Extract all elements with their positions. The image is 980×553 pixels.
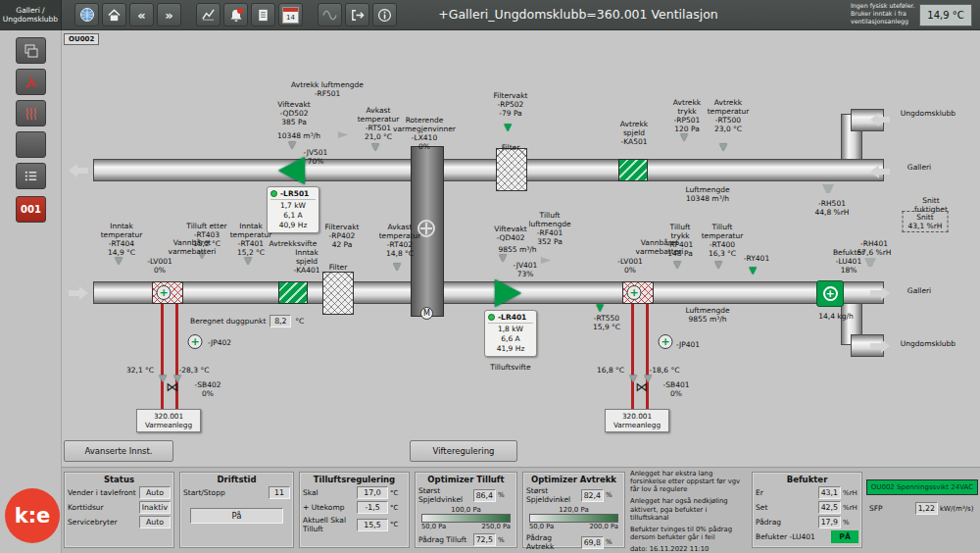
vfd-lr501[interactable]: -LR501 1,7 kW 6,1 A 40,9 Hz — [267, 186, 319, 233]
diagram-label: Avtrekk trykk -RP501 120 Pa — [673, 98, 701, 133]
vfd-id: -LR501 — [280, 189, 309, 198]
diagram-label: Inntak temperatur -RT404 14,9 °C — [101, 222, 143, 257]
slider-bar[interactable] — [421, 514, 511, 523]
alarm-button[interactable] — [223, 3, 248, 26]
curve-button[interactable] — [318, 3, 342, 26]
fan-control-button[interactable]: Vifteregulering — [410, 440, 517, 462]
humidity-sensor-icon — [864, 258, 876, 267]
diagram-label: Avtrekk temperatur -RT500 23,0 °C — [708, 98, 750, 133]
unit-label: % — [604, 491, 621, 499]
diagram-label: Filter — [502, 143, 520, 152]
readout-value: 17,9 — [818, 516, 841, 528]
home-button[interactable] — [102, 3, 126, 26]
windows-cascade-icon — [24, 43, 39, 59]
sensor-triangle-icon: ▼ — [244, 256, 252, 265]
pressure-slider[interactable]: 100,0 Pa 50,0 Pa250,0 Pa — [421, 506, 511, 530]
slider-max: 200,0 Pa — [589, 523, 618, 530]
windows-cascade-button[interactable] — [16, 37, 46, 64]
readout-value: 72,5 — [473, 533, 496, 546]
exhaust-filter[interactable] — [496, 148, 527, 191]
row-label: Pådrag Avtrekk — [526, 533, 581, 551]
ke-logo: k:e — [5, 488, 60, 543]
calendar-button[interactable]: 14 — [278, 3, 303, 26]
setpoint-value[interactable]: 17,0 — [357, 486, 388, 499]
vfd-values: 1,8 kW 6,6 A 41,9 Hz — [488, 324, 533, 354]
diagram-label: Galleri — [907, 286, 931, 295]
optimizer-exhaust-panel: Optimizer Avtrekk Størst Spjeldvinkel82,… — [522, 472, 625, 548]
globe-button[interactable] — [74, 3, 99, 26]
diagram-label: Roterende varmegjenvinner -LX410 0% — [393, 116, 456, 151]
row-label: Aktuell Skal Tilluft — [303, 516, 357, 533]
sensor-triangle-icon: ▼ — [714, 260, 722, 269]
calendar-icon: 14 — [282, 7, 299, 24]
note-text: Befukter tvinges til 0% pådrag dersom be… — [630, 526, 748, 541]
trend-chart-button[interactable] — [196, 3, 220, 26]
pressure-slider[interactable]: 120,0 Pa 50,0 Pa200,0 Pa — [529, 506, 618, 530]
status-value[interactable]: Auto — [139, 516, 171, 528]
exit-button[interactable] — [345, 3, 369, 26]
diagram-label: Ungdomsklubb — [901, 109, 956, 118]
intake-damper-ka401[interactable] — [278, 281, 308, 304]
airflow-arrow-left-icon — [69, 164, 88, 177]
diagram-label: -JP401 — [676, 340, 700, 349]
varmeanlegg-link-right[interactable]: 320.001 Varmeanlegg — [605, 409, 669, 432]
row-label: Set — [756, 503, 818, 512]
diagram-label: Galleri — [907, 163, 931, 172]
humidifier-lu401[interactable]: + — [816, 280, 844, 307]
exhaust-damper-ka501[interactable] — [618, 159, 648, 181]
list-button[interactable] — [16, 163, 46, 189]
valve-icon[interactable]: ⋈ — [636, 381, 649, 392]
slider-setpoint: 100,0 Pa — [421, 506, 511, 514]
setpoint-value[interactable]: -1,5 — [357, 501, 388, 514]
advanced-settings-button[interactable]: Avanserte Innst. — [64, 440, 173, 462]
row-label: Størst Spjeldvinkel — [418, 486, 473, 504]
diagram-label: 16,8 °C — [597, 366, 624, 375]
page-next-button[interactable]: » — [157, 3, 181, 26]
slider-bar[interactable] — [529, 514, 618, 523]
vfd-lr401[interactable]: -LR401 1,8 kW 6,6 A 41,9 Hz — [484, 310, 537, 357]
readout-value: 86,4 — [473, 489, 496, 502]
status-value[interactable]: Inaktiv — [139, 501, 171, 514]
unit-tag: OU002 — [64, 33, 99, 45]
globe-icon — [79, 7, 95, 23]
pump-icon[interactable]: + — [157, 285, 172, 300]
calendar-day: 14 — [286, 14, 295, 22]
diagram-label: Filter — [329, 263, 348, 272]
valve-icon[interactable]: ⋈ — [167, 381, 179, 392]
row-label: Korttidsur — [68, 503, 139, 512]
optimizer-supply-panel: Optimizer Tilluft Størst Spjeldvinkel86,… — [415, 472, 517, 548]
slider-setpoint: 120,0 Pa — [529, 506, 618, 514]
run-state[interactable]: På — [190, 508, 283, 524]
page-prev-button[interactable]: « — [129, 3, 154, 26]
pump-icon[interactable]: + — [188, 334, 203, 349]
varmeanlegg-link-left[interactable]: 320.001 Varmeanlegg — [136, 409, 201, 432]
blank-button[interactable] — [16, 131, 46, 158]
status-value[interactable]: Auto — [139, 486, 171, 499]
diagram-label: Filtervakt -RP402 42 Pa — [325, 223, 360, 249]
sensor-triangle-icon: ▼ — [719, 142, 727, 151]
runtime-panel: Driftstid Start/Stopp11 På — [179, 472, 294, 548]
row-label: Er — [756, 488, 818, 497]
readout-value: 69,8 — [581, 536, 604, 549]
page-001-button[interactable]: 001 — [16, 196, 46, 223]
sine-curve-icon — [322, 8, 337, 23]
pdf-button[interactable] — [16, 69, 46, 95]
diagram-label: -LV001 0% — [617, 257, 643, 275]
diagram-label: -RH501 44,8 %rH — [815, 199, 850, 217]
dewpoint-value: 8,2 — [270, 315, 291, 327]
exhaust-fan-jv501[interactable] — [278, 157, 305, 184]
supply-fan-jv401[interactable] — [495, 279, 521, 307]
setpoint-value[interactable]: 42,5 — [818, 501, 841, 514]
timer-value[interactable]: 11 — [269, 486, 290, 499]
report-button[interactable] — [251, 3, 275, 26]
diagram-label: -18,6 °C — [650, 366, 680, 375]
pdf-icon — [24, 75, 39, 90]
readout-value: 1,22 — [915, 502, 938, 515]
sidebar: 001 — [0, 29, 62, 553]
supply-filter[interactable] — [322, 272, 354, 315]
pump-icon[interactable]: + — [627, 285, 642, 300]
pump-icon[interactable]: + — [659, 334, 673, 349]
note-text: Anlegget har også nedkjøling aktivert, p… — [630, 497, 748, 521]
heating-plant-button[interactable] — [16, 100, 46, 126]
run-led — [270, 190, 277, 197]
